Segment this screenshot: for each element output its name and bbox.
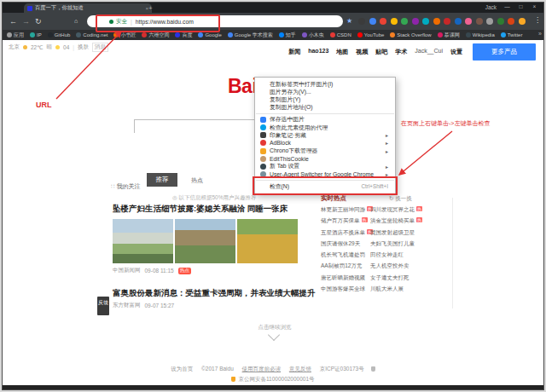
extension-icon[interactable] [476,18,483,25]
minimize-button[interactable]: — [501,3,514,11]
close-button[interactable]: × [528,3,541,11]
extension-icon[interactable] [422,18,429,25]
bookmark-item[interactable]: Wikipedia [466,32,495,37]
hot-topic[interactable]: 林更新王丽坤同游热 [321,206,370,217]
news-headline[interactable]: 坠楼产妇生活细节披露:婆媳关系融洽 同睡一张床 [113,204,288,215]
hot-topic[interactable]: 夫妇飞美国打儿童 [370,240,449,251]
hot-topic[interactable]: 中国游客爆买全球 [321,285,370,297]
reload-icon[interactable]: ↻ [35,16,42,26]
nav-xueshu[interactable]: 学术 [395,48,407,56]
csdn-icon [330,32,335,37]
news-thumbnail-3[interactable] [237,219,298,263]
weather-city[interactable]: 北京 [9,43,20,51]
back-icon[interactable]: ← [9,16,17,26]
nav-video[interactable]: 视频 [356,48,368,56]
maximize-button[interactable]: □ [514,3,527,11]
chrome-menu-icon[interactable]: ⋮ [534,16,541,24]
extension-icon[interactable] [519,18,526,25]
baidu-top-nav: 新闻 hao123 地图 视频 贴吧 学术 Jack__Cui 设置 [288,48,462,56]
extension-icon[interactable] [401,18,408,25]
nav-hao123[interactable]: hao123 [308,48,328,56]
bookmark-item[interactable]: Coding.net [76,32,107,37]
menu-item-tab-settings[interactable]: 新 Tab 设置▸ [255,163,395,170]
bookmarks-overflow-icon[interactable]: » [538,31,542,37]
bookmark-label: CSDN [337,32,351,37]
feed-tab-follow[interactable]: ∷我的关注 [111,176,140,192]
bookmark-item[interactable]: 小木虫 [302,32,324,39]
nav-news[interactable]: 新闻 [288,48,300,56]
hot-topic[interactable]: 洪金宝坐轮椅买单热 [370,217,449,228]
news-thumbnail-2[interactable] [175,219,235,263]
message-link[interactable]: 消息 [92,43,108,52]
hot-topic[interactable]: AA制被罚12万元 [321,262,370,274]
extension-icon[interactable] [497,18,504,25]
spacer [260,89,266,95]
feedback-widget[interactable]: 反馈 [97,297,109,315]
bookmark-item[interactable]: 应用 [7,32,24,39]
bookmark-item[interactable]: Google 学术搜索 [228,32,273,39]
extension-icon[interactable] [358,18,365,25]
bookmark-star-icon[interactable]: ★ [346,17,352,25]
hot-badge: 热 [416,206,422,211]
bookmark-item[interactable]: IP [30,32,42,37]
extension-icon[interactable] [391,18,398,25]
extension-icon[interactable] [380,18,386,25]
bookmark-label: Stack Overflow [397,32,431,37]
nav-tieba[interactable]: 贴吧 [375,48,387,56]
extension-icon[interactable] [444,18,450,25]
menu-item-copy-image-address[interactable]: 复制图片地址(O) [255,104,395,112]
spacer [260,81,266,87]
hot-topic[interactable]: 国庆请假休29天 [321,240,370,251]
set-home-link[interactable]: 设为首页 [171,366,193,372]
hot-topic[interactable]: 女子遭丈夫打死 [370,274,449,285]
bookmark-item[interactable]: CSDN [330,32,351,37]
hot-topic[interactable]: 田径女神走红 [370,251,449,262]
bookmark-item[interactable]: Stack Overflow [390,32,431,37]
feedback-link[interactable]: 意见反馈 [289,366,311,372]
hot-topic[interactable]: 无人机空投外卖 [370,262,449,274]
extension-icon[interactable] [455,18,462,25]
bookmark-item[interactable]: GitHub [48,32,71,37]
tab-title: 百度一下，你就知道 [35,4,142,12]
bookmark-item[interactable]: Google [198,32,221,37]
news-thumbnail-1[interactable] [113,219,173,263]
extension-icon[interactable] [412,18,419,25]
must-read-link[interactable]: 使用百度前必读 [242,366,282,372]
menu-item-evernote-clipper[interactable]: 印象笔记·剪藏▸ [255,131,395,139]
feed-tab-recommend[interactable]: 推荐 [147,173,177,187]
hot-topic[interactable]: 四川发现冥界之花热 [370,206,449,217]
extension-icon[interactable] [433,18,440,25]
hot-topic[interactable]: 川航大米人展 [370,285,449,297]
new-tab-button[interactable]: + [148,4,153,12]
hot-refresh-button[interactable]: ↻ 换一换 [389,195,412,203]
home-icon[interactable]: ⌂ [74,16,78,26]
weather-divider: | [73,44,74,50]
nav-map[interactable]: 地图 [336,48,348,56]
nav-username[interactable]: Jack__Cui [415,48,443,56]
bookmark-item[interactable]: Twitter [501,32,523,37]
hot-topic[interactable]: 唐艺昕晒新婚视频 [321,274,370,285]
hot-topic[interactable]: 我国发射超级卫星 [370,229,449,240]
feed-tab-hot[interactable]: 热点 [191,176,203,185]
bookmark-item[interactable]: 知乎 [279,32,296,39]
bookmark-item[interactable]: YouTube [357,32,385,37]
hot-topic[interactable]: 五星酒店不换床单热 [321,229,370,240]
news-headline[interactable]: 富奥股份最新消息：受益重卡强周期，并表业绩大幅提升 [113,288,316,299]
youtube-icon [357,32,363,37]
menu-item-chrono-download[interactable]: Chrono下载管理器▸ [255,147,395,155]
extension-icon[interactable] [369,18,376,25]
extension-icon[interactable] [486,18,493,25]
forward-icon[interactable]: → [22,16,30,26]
extension-icon[interactable] [508,18,514,25]
more-products-button[interactable]: 更多产品 [473,43,536,61]
menu-item-label: AdBlock [270,140,291,146]
nav-settings[interactable]: 设置 [450,48,462,56]
hot-topic[interactable]: 储户百万买保单热 [321,217,370,228]
skin-link[interactable]: 换肤 [78,43,89,51]
hot-topic[interactable]: 机长驾飞机遭处罚 [321,251,370,262]
hot-list-title: 实时热点 [321,194,346,203]
save-image-extension-icon [260,117,266,123]
extension-icon[interactable] [465,18,472,25]
bookmark-item[interactable]: 慕课网 [438,32,460,39]
browser-tab[interactable]: 百度一下，你就知道 × [24,3,152,13]
